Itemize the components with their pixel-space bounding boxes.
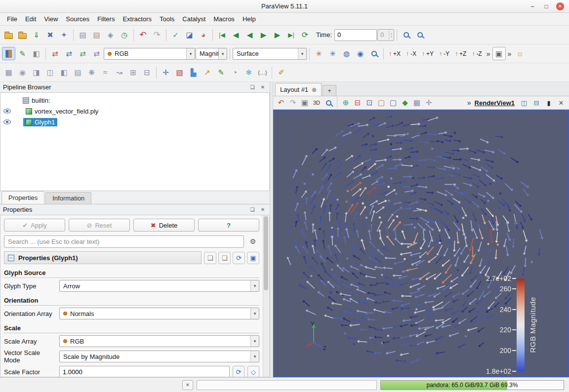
reset-camera-button[interactable]: ⊕ [340, 97, 351, 108]
save-screenshot-icon[interactable]: ✖ [43, 28, 57, 41]
visibility-eye-icon[interactable] [3, 109, 11, 114]
save-defaults-icon[interactable]: ▣ [247, 252, 259, 264]
reset-to-default-icon[interactable]: ⟳ [233, 366, 244, 377]
panel-splitter[interactable] [270, 82, 273, 377]
toolbar-overflow[interactable]: » [506, 50, 513, 58]
zoom-to-data-icon[interactable] [400, 28, 413, 41]
pick-center-icon[interactable] [367, 47, 381, 60]
zoom-to-selection-icon[interactable]: ⊡ [364, 97, 375, 108]
slice-icon[interactable]: ◫ [43, 66, 57, 79]
vcr-next-frame-button[interactable]: ▶ [271, 28, 284, 41]
dock-float-button[interactable]: ❏ [248, 206, 256, 214]
dock-close-button[interactable]: ✕ [259, 83, 267, 91]
reset-button[interactable]: ⊘Reset [69, 219, 130, 232]
rescale-to-custom-range-icon[interactable]: ⇄ [62, 47, 76, 60]
glyph-filter-icon[interactable]: ❋ [85, 66, 98, 79]
menu-filters[interactable]: Filters [93, 14, 119, 24]
menu-macros[interactable]: Macros [209, 14, 239, 24]
vcr-first-frame-button[interactable]: |◀ [215, 28, 229, 41]
rubber-band-zoom-icon[interactable]: ✳ [326, 47, 339, 60]
rescale-to-visible-range-icon[interactable]: ⇄ [90, 47, 103, 60]
minimize-button[interactable]: – [528, 2, 536, 10]
auto-apply-icon[interactable]: ✓ [169, 28, 182, 41]
programmable-filter-icon[interactable]: {…} [256, 66, 269, 79]
reset-properties-icon[interactable]: ⟳ [233, 252, 245, 264]
probe-location-icon[interactable]: ✛ [159, 66, 172, 79]
maximize-view-button[interactable]: ▮ [543, 97, 554, 108]
dock-float-button[interactable]: ❏ [248, 83, 256, 91]
close-button[interactable]: ✕ [556, 2, 564, 10]
hover-cells-icon[interactable]: ✛ [423, 97, 434, 108]
camera-plus-y-button[interactable]: ↑+Y [419, 47, 436, 60]
menu-sources[interactable]: Sources [62, 14, 93, 24]
maximize-button[interactable]: □ [542, 2, 550, 10]
properties-group-bar[interactable]: − Properties (Glyph1) [4, 251, 202, 264]
menu-catalyst[interactable]: Catalyst [178, 14, 209, 24]
warp-by-vector-icon[interactable]: ↝ [113, 66, 126, 79]
dock-close-button[interactable]: ✕ [259, 206, 267, 214]
camera-undo-icon[interactable]: ↶ [276, 97, 286, 108]
extract-selection-icon[interactable]: ▧ [173, 66, 186, 79]
contour-icon[interactable]: ◉ [16, 66, 29, 79]
color-array-combo[interactable]: RGB▾ [104, 48, 195, 60]
group-datasets-icon[interactable]: ⊞ [126, 66, 140, 79]
view-toolbar-overflow[interactable]: » [466, 99, 473, 107]
plot-over-time-icon[interactable]: ◔ [228, 66, 242, 79]
menu-help[interactable]: Help [239, 14, 260, 24]
scale-array-combo[interactable]: RGB▾ [59, 335, 259, 347]
frame-spinbox[interactable]: 0▴▾ [377, 29, 394, 41]
gear-icon[interactable]: ⚙ [246, 235, 259, 248]
reset-camera-closest-button[interactable]: ⊟ [352, 97, 363, 108]
time-input[interactable] [334, 29, 377, 41]
light-kit-icon[interactable]: ☼ [513, 47, 527, 60]
component-combo[interactable]: Magnitu▾ [196, 48, 227, 60]
delete-button[interactable]: ✖Delete [133, 219, 195, 232]
separate-color-map-icon[interactable]: ◧ [30, 47, 43, 60]
scale-factor-input[interactable] [59, 366, 230, 377]
vcr-play-reverse-button[interactable]: ◀ [243, 28, 256, 41]
toggle-2d-3d-button[interactable]: 3D [311, 97, 322, 108]
redo-icon[interactable]: ↷ [150, 28, 163, 41]
history-icon[interactable]: ◷ [118, 28, 131, 41]
save-extracts-icon[interactable]: ✦ [57, 28, 71, 41]
select-cells-polygon-icon[interactable]: ◆ [400, 97, 410, 108]
camera-toolbar-overflow[interactable]: » [485, 50, 492, 58]
pipeline-item-builtin[interactable]: builtin: [20, 96, 53, 105]
save-state-icon[interactable]: ⇓ [30, 28, 43, 41]
search-input[interactable] [4, 235, 244, 248]
properties-scrollbar[interactable] [263, 215, 269, 377]
undo-icon[interactable]: ↶ [136, 28, 150, 41]
extract-subset-icon[interactable]: ▤ [71, 66, 84, 79]
save-data-icon[interactable] [16, 28, 29, 41]
rescale-factor-icon[interactable]: ◇ [247, 366, 259, 377]
open-file-icon[interactable] [2, 28, 15, 41]
plot-over-line-icon[interactable]: ↗ [201, 66, 214, 79]
vcr-last-frame-button[interactable]: ▶| [284, 28, 298, 41]
rescale-to-data-range-icon[interactable]: ⇄ [48, 47, 62, 60]
ruler-icon[interactable]: ✐ [275, 66, 288, 79]
histogram-icon[interactable]: ▙ [187, 66, 200, 79]
close-layout-icon[interactable]: ⊗ [312, 86, 317, 93]
toggle-color-legend-button[interactable] [2, 47, 15, 60]
rescale-to-temporal-range-icon[interactable]: ⇄ [76, 47, 89, 60]
select-block-icon[interactable]: ▦ [411, 97, 422, 108]
reset-session-icon[interactable]: ◈ [104, 28, 117, 41]
adjust-camera-icon[interactable]: ✳ [312, 47, 325, 60]
color-palette-icon[interactable]: ◕ [197, 28, 210, 41]
camera-minus-y-button[interactable]: ↑-Y [437, 47, 452, 60]
threshold-icon[interactable]: ◧ [57, 66, 71, 79]
collapse-icon[interactable]: − [8, 255, 14, 261]
split-horizontal-button[interactable]: ◫ [519, 97, 529, 108]
scrollbar-thumb[interactable] [264, 216, 268, 290]
split-vertical-button[interactable]: ⊟ [531, 97, 542, 108]
abort-progress-button[interactable]: ✕ [182, 380, 193, 390]
show-center-axes-icon[interactable]: ◉ [354, 47, 367, 60]
select-cells-rectangle-icon[interactable]: ▢ [376, 97, 387, 108]
orientation-array-combo[interactable]: Normals▾ [59, 308, 259, 319]
select-points-rectangle-icon[interactable]: ▢ [388, 97, 399, 108]
add-layout-tab-button[interactable]: + [323, 85, 336, 96]
clip-icon[interactable]: ◨ [30, 66, 43, 79]
annotate-icon[interactable]: ✎ [214, 66, 228, 79]
paste-properties-icon[interactable]: ❏ [218, 252, 231, 264]
help-button[interactable]: ? [198, 219, 259, 232]
